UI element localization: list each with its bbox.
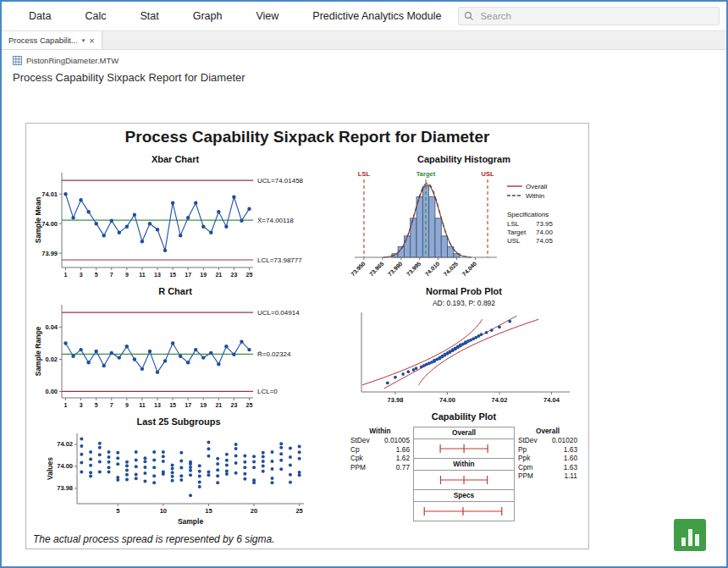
svg-text:73.98: 73.98	[388, 396, 404, 404]
svg-text:0.00: 0.00	[45, 388, 58, 395]
menu-item-data[interactable]: Data	[12, 10, 68, 22]
output-title: Process Capability Sixpack Report for Di…	[13, 71, 726, 84]
svg-text:74.01: 74.01	[41, 190, 58, 198]
svg-text:1: 1	[64, 272, 68, 278]
svg-text:UCL=74.01458: UCL=74.01458	[257, 177, 304, 185]
svg-text:UCL=0.04914: UCL=0.04914	[257, 309, 300, 317]
svg-text:73.95: 73.95	[536, 220, 554, 228]
capability-overall-row: Ppk1.60	[516, 454, 580, 463]
menu-item-calc[interactable]: Calc	[68, 10, 123, 22]
svg-text:9: 9	[125, 402, 129, 408]
svg-text:Target: Target	[507, 229, 527, 236]
last-25-subgroups-panel: Last 25 Subgroups 73.9874.0074.025101520…	[45, 416, 312, 527]
svg-text:73.99: 73.99	[41, 250, 58, 257]
capability-plot-panel: Capability Plot WithinStDev0.01005Cp1.66…	[346, 411, 582, 521]
bar-chart-icon	[681, 538, 686, 546]
output-header: PistonRingDiameter.MTW Process Capabilit…	[2, 50, 726, 93]
svg-text:74.02: 74.02	[57, 440, 73, 448]
histogram-svg: LSLTargetUSL73.95073.96573.98073.99574.0…	[350, 167, 578, 284]
search-input[interactable]	[478, 10, 714, 22]
capability-interval-boxes: OverallWithinSpecs	[413, 427, 515, 521]
tab-close-icon[interactable]: ×	[89, 36, 94, 46]
subgroups-svg: 73.9874.0074.02510152025SampleValues	[45, 429, 312, 527]
capability-interval	[414, 471, 514, 490]
normal-prob-plot-panel: Normal Prob Plot AD: 0.193, P: 0.892 73.…	[350, 286, 578, 406]
sixpack-report: Process Capability Sixpack Report for Di…	[25, 123, 589, 549]
menu-bar: Data Calc Stat Graph View Predictive Ana…	[2, 2, 726, 31]
menu-item-view[interactable]: View	[239, 10, 295, 22]
normal-prob-plot-title: Normal Prob Plot	[350, 286, 578, 299]
capability-interval-svg	[414, 439, 512, 458]
tab-process-capability[interactable]: Process Capabilit... ▾ ×	[2, 31, 102, 49]
r-chart-panel: R Chart 0.000.020.0413579111315171921232…	[33, 286, 317, 412]
svg-text:3: 3	[80, 402, 83, 408]
svg-text:R̄=0.02324: R̄=0.02324	[257, 350, 291, 358]
capability-interval-svg	[414, 471, 512, 489]
bar-chart-icon	[688, 529, 692, 546]
svg-text:74.00: 74.00	[41, 220, 58, 228]
menu-item-stat[interactable]: Stat	[123, 10, 175, 22]
svg-text:Sample Mean: Sample Mean	[34, 197, 42, 243]
svg-text:LSL: LSL	[507, 220, 520, 228]
svg-text:LCL=0: LCL=0	[257, 388, 278, 395]
capability-box-label: Overall	[414, 427, 514, 439]
report-canvas: Process Capability Sixpack Report for Di…	[2, 91, 726, 566]
svg-text:USL: USL	[482, 170, 494, 178]
svg-text:LSL: LSL	[358, 170, 371, 178]
worksheet-name: PistonRingDiameter.MTW	[26, 56, 119, 65]
svg-text:5: 5	[95, 272, 98, 278]
svg-text:11: 11	[139, 402, 146, 408]
svg-text:9: 9	[125, 272, 129, 278]
xbar-chart-title: Xbar Chart	[33, 154, 317, 167]
minitab-status-icon[interactable]	[674, 519, 706, 551]
svg-text:73.965: 73.965	[368, 261, 385, 278]
svg-text:20: 20	[251, 507, 257, 515]
svg-text:74.040: 74.040	[461, 261, 477, 278]
capability-within-header: Within	[348, 427, 412, 436]
svg-text:15: 15	[169, 402, 176, 408]
svg-text:7: 7	[110, 272, 113, 278]
capability-within-row: StDev0.01005	[348, 436, 412, 445]
svg-text:7: 7	[110, 402, 113, 408]
svg-text:74.02: 74.02	[492, 396, 508, 404]
r-chart-canvas: 0.000.020.04135791113151719212325Sample …	[33, 299, 317, 412]
svg-text:Specifications: Specifications	[507, 211, 549, 218]
svg-text:74.010: 74.010	[424, 261, 441, 278]
svg-text:LCL=73.98777: LCL=73.98777	[257, 256, 302, 264]
svg-text:3: 3	[80, 272, 83, 278]
probplot-svg: 73.9874.0074.0274.04	[350, 308, 578, 406]
app-window: Data Calc Stat Graph View Predictive Ana…	[0, 0, 728, 568]
rchart-svg: 0.000.020.04135791113151719212325Sample …	[33, 299, 317, 412]
capability-within-row: PPM0.77	[348, 463, 412, 472]
capability-plot-title: Capability Plot	[346, 411, 582, 424]
tab-caret-icon[interactable]: ▾	[82, 37, 85, 44]
svg-text:Target: Target	[416, 170, 436, 178]
xbar-svg: 73.9974.0074.01135791113151719212325Samp…	[33, 167, 317, 282]
last-25-subgroups-canvas: 73.9874.0074.02510152025SampleValues	[45, 429, 312, 527]
r-chart-title: R Chart	[33, 286, 317, 299]
svg-text:73.995: 73.995	[405, 261, 422, 278]
capability-overall-stats: OverallStDev0.01020Pp1.63Ppk1.60Cpm1.63P…	[516, 427, 580, 521]
search-box[interactable]	[458, 7, 720, 25]
worksheet-row: PistonRingDiameter.MTW	[13, 54, 726, 67]
last-25-subgroups-title: Last 25 Subgroups	[45, 416, 312, 429]
search-icon	[464, 11, 474, 21]
capability-within-stats: WithinStDev0.01005Cp1.66Cpk1.62PPM0.77	[348, 427, 412, 521]
menu-item-graph[interactable]: Graph	[176, 10, 240, 22]
svg-text:19: 19	[200, 272, 207, 278]
worksheet-icon	[13, 56, 22, 65]
capability-histogram-canvas: LSLTargetUSL73.95073.96573.98073.99574.0…	[350, 167, 578, 284]
svg-text:74.00: 74.00	[439, 396, 455, 404]
svg-text:21: 21	[215, 402, 222, 408]
svg-text:74.04: 74.04	[543, 396, 560, 404]
capability-overall-row: StDev0.01020	[516, 436, 580, 445]
svg-text:25: 25	[246, 402, 253, 408]
capability-overall-header: Overall	[516, 427, 580, 436]
capability-box-label: Specs	[414, 490, 514, 502]
svg-text:USL: USL	[507, 237, 521, 245]
svg-text:73.98: 73.98	[57, 484, 73, 492]
svg-text:0.04: 0.04	[45, 323, 58, 331]
capability-overall-row: PPM1.11	[516, 471, 580, 481]
menu-item-predictive-analytics[interactable]: Predictive Analytics Module	[295, 10, 458, 22]
svg-text:11: 11	[139, 272, 146, 278]
